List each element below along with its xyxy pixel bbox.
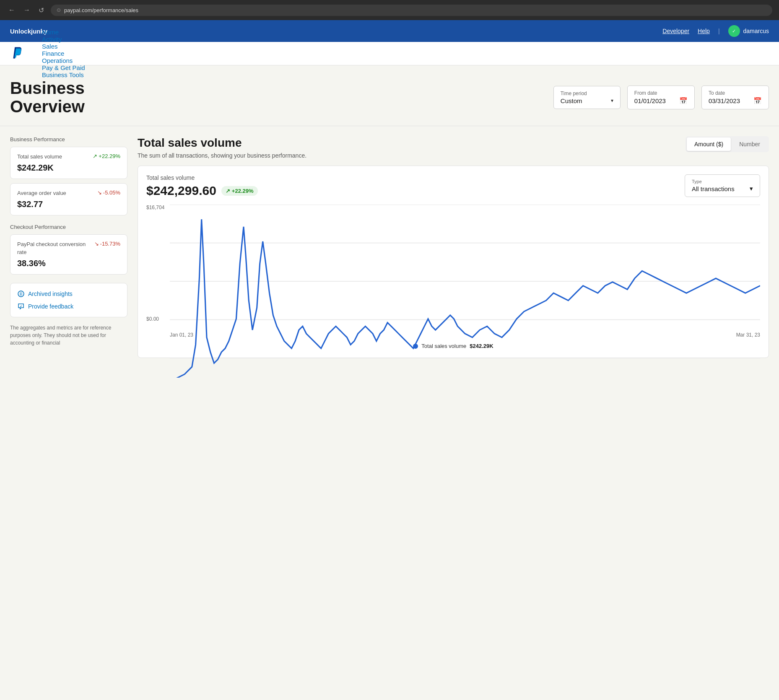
total-sales-change: ↗ +22.29% [93,153,120,159]
checkout-label: PayPal checkout conversion rate [17,241,94,256]
help-link[interactable]: Help [698,28,710,34]
nav-sales[interactable]: Sales [35,43,92,50]
nav-operations[interactable]: Operations [35,57,92,64]
username: damarcus [743,28,769,34]
sidebar-links: i Archived insights Provide feedback [10,283,127,317]
nav-business-tools[interactable]: Business Tools [35,71,92,78]
avg-order-value: $32.77 [17,200,120,209]
checkout-card-header: PayPal checkout conversion rate ↘ -15.73… [17,241,120,256]
page-header: Business Overview Time period Custom ▾ F… [0,65,779,126]
to-date-label: To date [709,90,762,96]
checkout-conversion-card: PayPal checkout conversion rate ↘ -15.73… [10,234,127,274]
type-select[interactable]: Type All transactions ▾ [685,174,760,197]
chart-svg [170,205,760,378]
calendar-icon-to: 📅 [753,97,762,105]
nav-logo [10,45,25,62]
avg-order-label: Average order value [17,189,66,197]
url-text: paypal.com/performance/sales [64,7,138,13]
archived-insights-link[interactable]: i Archived insights [17,290,120,298]
total-sales-value: $242.29K [17,163,120,173]
checkout-performance-title: Checkout Performance [10,224,127,230]
avg-order-card: Average order value ↘ -5.05% $32.77 [10,183,127,215]
header-divider: | [718,28,720,34]
forward-button[interactable]: → [22,5,32,16]
total-sales-card-header: Total sales volume ↗ +22.29% [17,153,120,161]
chart-section-header: Total sales volume The sum of all transa… [138,136,769,159]
type-select-value: All transactions ▾ [692,185,753,192]
paypal-logo-icon [10,45,25,60]
to-date-value: 03/31/2023 📅 [709,97,762,105]
nav-pay-get-paid[interactable]: Pay & Get Paid [35,64,92,71]
refresh-button[interactable]: ↺ [37,5,46,16]
right-content: Total sales volume The sum of all transa… [138,136,769,368]
browser-chrome: ← → ↺ ⊙ paypal.com/performance/sales [0,0,779,20]
svg-text:i: i [21,292,22,296]
main-content: Business Performance Total sales volume … [0,126,779,378]
chevron-down-icon: ▾ [611,98,613,104]
chart-y-min: $0.00 [146,316,159,322]
chart-y-max: $16,704 [146,205,164,210]
from-date-value: 01/01/2023 📅 [634,97,688,105]
time-period-label: Time period [561,91,613,96]
nav-finance[interactable]: Finance [35,50,92,57]
checkout-change: ↘ -15.73% [94,241,120,247]
filter-controls: Time period Custom ▾ From date 01/01/202… [553,86,769,109]
chart-subtitle: The sum of all transactions, showing you… [138,152,306,159]
chart-header-left: Total sales volume The sum of all transa… [138,136,306,159]
page-title-text: Business Overview [10,79,85,116]
user-avatar: ✓ [728,25,740,37]
from-date-label: From date [634,90,688,96]
chart-card: Total sales volume $242,299.60 ↗ +22.29%… [138,166,769,358]
number-toggle-button[interactable]: Number [732,137,768,151]
chart-area: $16,704 $0.00 [146,205,760,330]
chart-card-value: $242,299.60 ↗ +22.29% [146,184,258,198]
time-period-filter[interactable]: Time period Custom ▾ [553,86,621,109]
archive-icon: i [17,290,25,298]
checkout-performance-section: Checkout Performance PayPal checkout con… [10,224,127,274]
top-header: Unlockjunky Developer Help | ✓ damarcus [0,20,779,42]
business-performance-title: Business Performance [10,136,127,143]
feedback-icon [17,303,25,310]
page-title: Business Overview [10,79,85,116]
amount-toggle-button[interactable]: Amount ($) [687,137,731,151]
url-icon: ⊙ [57,7,61,13]
total-sales-label: Total sales volume [17,153,62,161]
developer-link[interactable]: Developer [662,28,689,34]
view-toggle: Amount ($) Number [686,136,769,152]
from-date-filter[interactable]: From date 01/01/2023 📅 [627,86,695,109]
time-period-value: Custom ▾ [561,97,613,104]
calendar-icon: 📅 [679,97,688,105]
header-right: Developer Help | ✓ damarcus [662,25,769,37]
nav-home[interactable]: Home [35,29,92,36]
to-date-filter[interactable]: To date 03/31/2023 📅 [701,86,769,109]
nav-activity[interactable]: Activity [35,36,92,43]
type-chevron-icon: ▾ [750,185,753,192]
chart-badge: ↗ +22.29% [221,186,258,196]
chart-card-title: Total sales volume [146,174,258,181]
arrow-down-icon: ↘ [97,189,102,196]
url-bar[interactable]: ⊙ paypal.com/performance/sales [51,5,772,16]
chart-card-left: Total sales volume $242,299.60 ↗ +22.29% [146,174,258,198]
disclaimer: The aggregates and metrics are for refer… [10,324,127,347]
left-sidebar: Business Performance Total sales volume … [10,136,127,368]
back-button[interactable]: ← [7,5,17,16]
user-menu[interactable]: ✓ damarcus [728,25,769,37]
avg-order-change: ↘ -5.05% [97,189,120,196]
chart-card-header: Total sales volume $242,299.60 ↗ +22.29%… [146,174,760,198]
avg-order-card-header: Average order value ↘ -5.05% [17,189,120,197]
arrow-up-icon: ↗ [93,153,97,159]
provide-feedback-link[interactable]: Provide feedback [17,303,120,310]
chart-title: Total sales volume [138,136,306,150]
checkout-value: 38.36% [17,259,120,268]
arrow-down-icon-2: ↘ [94,241,99,247]
main-nav: Home Activity Sales Finance Operations P… [35,29,92,78]
nav-bar: Home Activity Sales Finance Operations P… [0,42,779,65]
badge-arrow-icon: ↗ [226,188,230,194]
total-sales-card: Total sales volume ↗ +22.29% $242.29K [10,147,127,179]
type-select-label: Type [692,179,753,184]
